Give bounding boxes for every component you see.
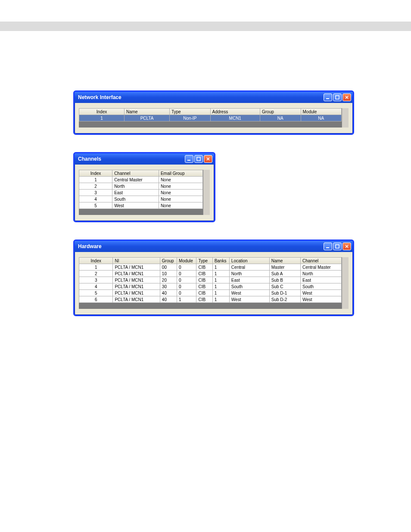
table-cell[interactable]: 1 (212, 264, 229, 271)
table-row[interactable]: 5PCLTA / MCN1400CIB1WestSub D-1West (79, 290, 342, 296)
table-cell[interactable]: 0 (177, 277, 196, 283)
table-cell[interactable]: 1 (212, 277, 229, 283)
table-cell[interactable]: 4 (79, 283, 113, 290)
table-cell[interactable]: 1 (79, 177, 112, 183)
table-cell[interactable]: PCLTA / MCN1 (113, 277, 160, 283)
table-row[interactable]: 3PCLTA / MCN1200CIB1EastSub BEast (79, 277, 342, 283)
table-cell[interactable]: North (300, 271, 341, 277)
col-header[interactable]: Index (79, 258, 113, 264)
table-cell[interactable]: 4 (79, 196, 112, 202)
col-header[interactable]: Index (79, 109, 125, 115)
table-cell[interactable]: Sub C (269, 283, 300, 290)
table-cell[interactable]: CIB (196, 271, 212, 277)
hardware-grid[interactable]: Index NI Group Module Type Banks Locatio… (79, 257, 342, 303)
table-row[interactable]: 5WestNone (79, 202, 203, 209)
minimize-button[interactable] (324, 93, 332, 101)
table-cell[interactable]: PCLTA / MCN1 (113, 271, 160, 277)
titlebar[interactable]: Hardware (75, 241, 353, 252)
col-header[interactable]: Channel (112, 170, 159, 177)
col-header[interactable]: Module (301, 109, 342, 115)
col-header[interactable]: Type (196, 258, 212, 264)
table-cell[interactable]: Central Master (112, 177, 159, 183)
table-cell[interactable]: Sub D-1 (269, 290, 300, 296)
table-row[interactable]: 1PCLTA / MCN1000CIB1CentralMasterCentral… (79, 264, 342, 271)
table-cell[interactable]: PCLTA (125, 115, 170, 121)
table-cell[interactable]: Sub B (269, 277, 300, 283)
table-row[interactable]: 4SouthNone (79, 196, 203, 202)
col-header[interactable]: Group (160, 258, 177, 264)
table-cell[interactable]: 5 (79, 202, 112, 209)
table-cell[interactable]: MCN1 (210, 115, 260, 121)
table-cell[interactable]: Sub D-2 (269, 296, 300, 303)
table-cell[interactable]: CIB (196, 277, 212, 283)
table-cell[interactable]: West (300, 290, 341, 296)
table-cell[interactable]: 0 (177, 283, 196, 290)
table-cell[interactable]: NA (260, 115, 301, 121)
table-cell[interactable]: CIB (196, 296, 212, 303)
col-header[interactable]: Name (125, 109, 170, 115)
minimize-button[interactable] (185, 155, 193, 163)
table-cell[interactable]: 00 (160, 264, 177, 271)
maximize-button[interactable] (333, 93, 342, 101)
titlebar[interactable]: Channels (75, 153, 214, 165)
minimize-button[interactable] (324, 243, 332, 250)
table-cell[interactable]: 0 (177, 264, 196, 271)
table-cell[interactable]: 1 (212, 296, 229, 303)
maximize-button[interactable] (194, 155, 203, 163)
table-cell[interactable]: 2 (79, 271, 113, 277)
table-cell[interactable]: 1 (79, 115, 125, 121)
table-cell[interactable]: West (300, 296, 341, 303)
table-cell[interactable]: CIB (196, 264, 212, 271)
scrollbar[interactable] (342, 108, 349, 128)
col-header[interactable]: Email Group (159, 170, 202, 177)
scrollbar[interactable] (203, 170, 210, 215)
table-row[interactable]: 1PCLTANon-IPMCN1NANA (79, 115, 342, 121)
table-cell[interactable]: West (229, 296, 269, 303)
col-header[interactable]: Index (79, 170, 112, 177)
table-cell[interactable]: North (229, 271, 269, 277)
table-cell[interactable]: 30 (160, 283, 177, 290)
table-cell[interactable]: 20 (160, 277, 177, 283)
table-row[interactable]: 3EastNone (79, 190, 203, 196)
table-cell[interactable]: None (159, 196, 202, 202)
close-button[interactable] (204, 155, 212, 163)
table-cell[interactable]: PCLTA / MCN1 (113, 296, 160, 303)
col-header[interactable]: NI (113, 258, 160, 264)
col-header[interactable]: Address (210, 109, 260, 115)
col-header[interactable]: Name (269, 258, 300, 264)
channels-grid[interactable]: Index Channel Email Group 1Central Maste… (79, 170, 203, 209)
col-header[interactable]: Banks (212, 258, 229, 264)
network-interface-grid[interactable]: Index Name Type Address Group Module 1PC… (79, 108, 342, 121)
table-cell[interactable]: 0 (177, 271, 196, 277)
table-cell[interactable]: None (159, 190, 202, 196)
table-cell[interactable]: NA (301, 115, 342, 121)
table-cell[interactable]: West (229, 290, 269, 296)
col-header[interactable]: Location (229, 258, 269, 264)
table-row[interactable]: 1Central MasterNone (79, 177, 203, 183)
table-cell[interactable]: South (112, 196, 159, 202)
table-cell[interactable]: East (229, 277, 269, 283)
table-cell[interactable]: 1 (79, 264, 113, 271)
table-cell[interactable]: PCLTA / MCN1 (113, 290, 160, 296)
table-cell[interactable]: 40 (160, 296, 177, 303)
table-cell[interactable]: 40 (160, 290, 177, 296)
table-cell[interactable]: 2 (79, 183, 112, 190)
table-row[interactable]: 4PCLTA / MCN1300CIB1SouthSub CSouth (79, 283, 342, 290)
table-cell[interactable]: 1 (212, 283, 229, 290)
table-cell[interactable]: East (112, 190, 159, 196)
table-cell[interactable]: CIB (196, 283, 212, 290)
col-header[interactable]: Type (170, 109, 211, 115)
table-cell[interactable]: Master (269, 264, 300, 271)
table-cell[interactable]: South (229, 283, 269, 290)
table-row[interactable]: 2NorthNone (79, 183, 203, 190)
maximize-button[interactable] (333, 243, 342, 250)
table-cell[interactable]: South (300, 283, 341, 290)
table-cell[interactable]: 1 (212, 290, 229, 296)
table-cell[interactable]: 0 (177, 290, 196, 296)
table-cell[interactable]: 6 (79, 296, 113, 303)
table-cell[interactable]: Non-IP (170, 115, 211, 121)
table-cell[interactable]: None (159, 183, 202, 190)
table-cell[interactable]: 10 (160, 271, 177, 277)
table-cell[interactable]: 3 (79, 190, 112, 196)
scrollbar[interactable] (342, 257, 349, 309)
